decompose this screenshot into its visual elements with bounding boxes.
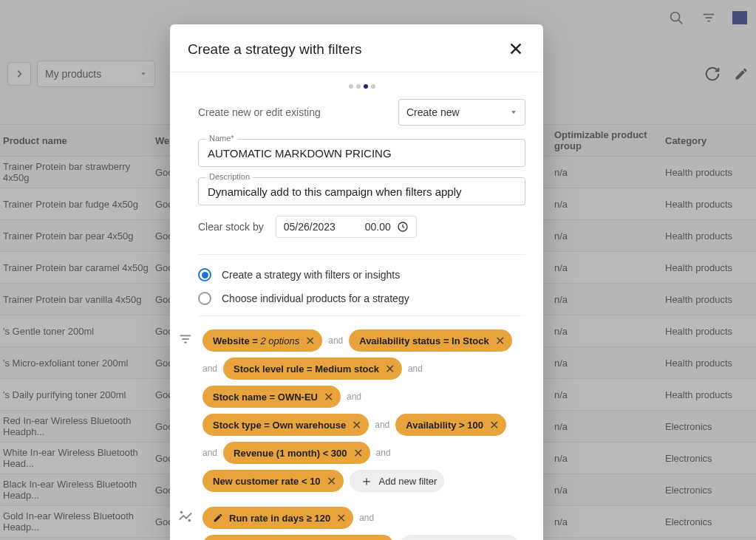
radio-filters[interactable]: Create a strategy with filters or insigh… bbox=[198, 268, 525, 281]
remove-icon[interactable]: ✕ bbox=[305, 334, 315, 348]
remove-icon[interactable]: ✕ bbox=[324, 390, 333, 404]
stepper bbox=[198, 84, 525, 89]
pencil-icon bbox=[213, 513, 223, 523]
remove-icon[interactable]: ✕ bbox=[385, 362, 395, 376]
filter-chip[interactable]: Website = 2 options✕ bbox=[202, 329, 322, 352]
description-field[interactable]: Description bbox=[198, 177, 525, 205]
remove-icon[interactable]: ✕ bbox=[352, 418, 361, 432]
name-field[interactable]: Name* bbox=[198, 139, 525, 167]
remove-icon[interactable]: ✕ bbox=[336, 511, 346, 525]
filter-chip[interactable]: Stock type = Own warehouse✕ bbox=[202, 414, 369, 436]
svg-point-13 bbox=[181, 512, 183, 513]
plus-icon: ＋ bbox=[410, 537, 423, 540]
plus-icon: ＋ bbox=[360, 472, 373, 490]
svg-point-14 bbox=[189, 520, 191, 522]
filter-chip[interactable]: Stock level rule = Medium stock✕ bbox=[223, 358, 402, 380]
description-input[interactable] bbox=[208, 185, 516, 198]
insight-chip[interactable]: Days since last purchased ≤ 14✕ bbox=[202, 535, 394, 540]
insights-icon bbox=[177, 508, 195, 526]
add-insight-button[interactable]: ＋Add or edit insights bbox=[400, 535, 519, 540]
svg-marker-8 bbox=[511, 111, 516, 114]
filter-list-icon bbox=[177, 331, 195, 349]
clock-icon bbox=[397, 221, 409, 233]
insight-chip[interactable]: Run rate in days ≥ 120✕ bbox=[202, 507, 353, 529]
radio-individual[interactable]: Choose individual products for a strateg… bbox=[198, 292, 525, 305]
modal-title: Create a strategy with filters bbox=[188, 41, 361, 58]
remove-icon[interactable]: ✕ bbox=[353, 446, 363, 460]
filter-chip[interactable]: New customer rate < 10✕ bbox=[202, 470, 344, 492]
create-edit-label: Create new or edit existing bbox=[198, 106, 321, 118]
add-filter-button[interactable]: ＋Add new filter bbox=[350, 470, 445, 492]
remove-icon[interactable]: ✕ bbox=[327, 474, 336, 488]
filter-chip[interactable]: Stock name = OWN-EU✕ bbox=[202, 386, 341, 408]
create-strategy-modal: Create a strategy with filters Create ne… bbox=[170, 24, 543, 540]
filter-chip[interactable]: Availability > 100✕ bbox=[395, 414, 506, 436]
remove-icon[interactable]: ✕ bbox=[495, 334, 505, 348]
clear-stock-label: Clear stock by bbox=[198, 221, 264, 233]
create-edit-select[interactable]: Create new bbox=[398, 99, 525, 126]
close-icon[interactable] bbox=[508, 41, 525, 58]
radio-icon bbox=[198, 292, 211, 305]
radio-icon bbox=[198, 268, 211, 281]
name-input[interactable] bbox=[208, 147, 516, 160]
filter-chip[interactable]: Availability status = In Stock✕ bbox=[349, 329, 511, 352]
filter-chip[interactable]: Revenue (1 month) < 300✕ bbox=[223, 442, 370, 464]
clear-stock-date[interactable]: 05/26/2023 00.00 bbox=[276, 216, 417, 238]
remove-icon[interactable]: ✕ bbox=[489, 418, 499, 432]
